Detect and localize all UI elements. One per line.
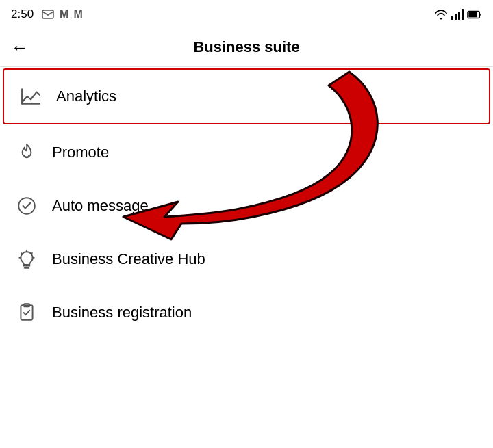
menu-list: Analytics Promote Auto message [0, 68, 493, 339]
menu-item-business-registration[interactable]: Business registration [0, 286, 493, 339]
auto-message-label: Auto message [52, 197, 149, 215]
status-bar: 2:50 M M [0, 0, 493, 27]
chart-line-icon [18, 83, 44, 109]
signal-icon [451, 9, 464, 20]
battery-icon [467, 10, 482, 19]
header: ← Business suite [0, 27, 493, 67]
svg-rect-1 [451, 16, 453, 20]
promote-label: Promote [52, 144, 109, 161]
status-icons-right [434, 9, 482, 20]
svg-rect-2 [455, 14, 457, 20]
svg-rect-17 [21, 305, 32, 319]
message-check-icon [14, 193, 40, 219]
flame-icon [14, 140, 40, 166]
back-button[interactable]: ← [11, 38, 29, 56]
menu-item-analytics[interactable]: Analytics [3, 68, 490, 124]
menu-item-promote[interactable]: Promote [0, 126, 493, 179]
svg-rect-3 [458, 12, 460, 20]
business-registration-label: Business registration [52, 304, 192, 321]
analytics-label: Analytics [56, 88, 116, 105]
svg-rect-4 [462, 9, 464, 20]
svg-line-16 [31, 253, 32, 254]
status-time: 2:50 [11, 8, 34, 21]
lightbulb-icon [14, 246, 40, 272]
message-icon-1 [42, 10, 54, 19]
page-title: Business suite [37, 38, 456, 56]
clipboard-check-icon [14, 300, 40, 326]
wifi-icon [434, 9, 448, 20]
svg-line-15 [21, 253, 23, 254]
menu-item-creative-hub[interactable]: Business Creative Hub [0, 233, 493, 286]
status-time-area: 2:50 M M [11, 8, 82, 21]
creative-hub-label: Business Creative Hub [52, 250, 205, 268]
svg-rect-0 [42, 10, 53, 18]
svg-rect-6 [468, 12, 477, 16]
gmail-icon-2: M [73, 8, 81, 21]
gmail-icon-1: M [60, 8, 68, 21]
menu-item-auto-message[interactable]: Auto message [0, 179, 493, 233]
